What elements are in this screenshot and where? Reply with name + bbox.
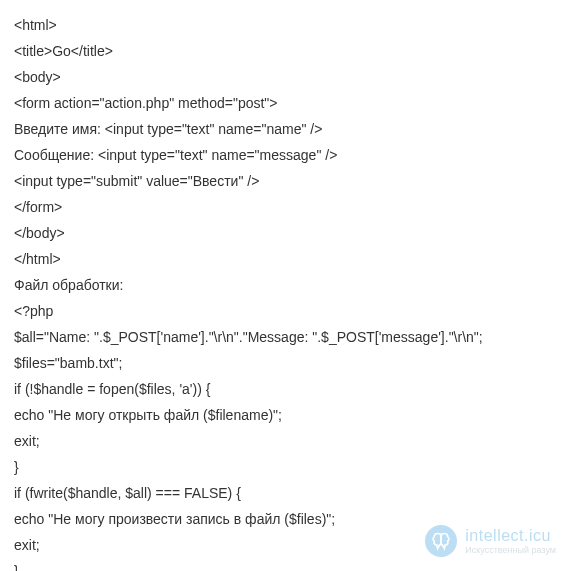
code-line: Файл обработки:: [14, 272, 562, 298]
code-block: <html> <title>Go</title> <body> <form ac…: [14, 12, 562, 571]
code-line: <html>: [14, 12, 562, 38]
code-line: }: [14, 454, 562, 480]
code-line: Сообщение: <input type="text" name="mess…: [14, 142, 562, 168]
code-line: <body>: [14, 64, 562, 90]
code-line: $files="bamb.txt";: [14, 350, 562, 376]
code-line: if (!$handle = fopen($files, 'a')) {: [14, 376, 562, 402]
code-line: </body>: [14, 220, 562, 246]
code-line: <title>Go</title>: [14, 38, 562, 64]
code-line: exit;: [14, 532, 562, 558]
code-line: $all="Name: ".$_POST['name']."\r\n"."Mes…: [14, 324, 562, 350]
code-line: }: [14, 558, 562, 571]
code-line: if (fwrite($handle, $all) === FALSE) {: [14, 480, 562, 506]
code-line: </html>: [14, 246, 562, 272]
code-line: echo "Не могу произвести запись в файл (…: [14, 506, 562, 532]
code-line: <form action="action.php" method="post">: [14, 90, 562, 116]
code-line: <input type="submit" value="Ввести" />: [14, 168, 562, 194]
code-line: exit;: [14, 428, 562, 454]
code-line: <?php: [14, 298, 562, 324]
code-line: echo "Не могу открыть файл ($filename)";: [14, 402, 562, 428]
code-line: </form>: [14, 194, 562, 220]
code-line: Введите имя: <input type="text" name="na…: [14, 116, 562, 142]
